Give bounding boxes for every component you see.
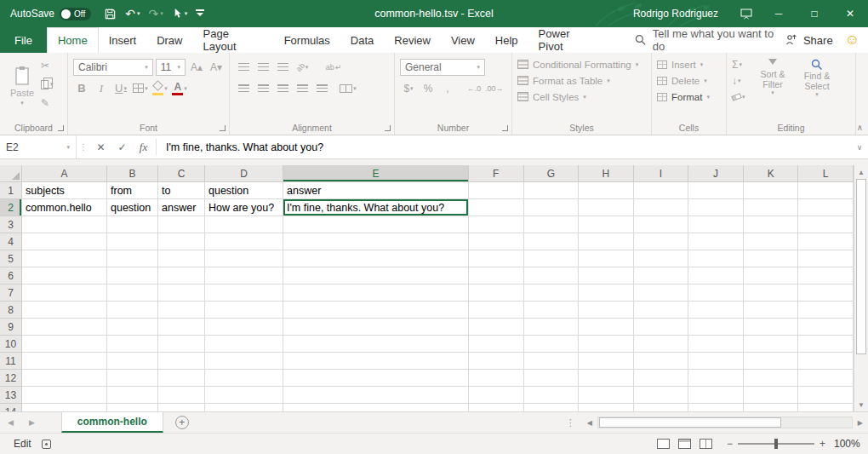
align-center-button[interactable] xyxy=(254,80,271,97)
tab-power-pivot[interactable]: Power Pivot xyxy=(528,27,607,53)
column-header-D[interactable]: D xyxy=(205,165,283,182)
cell-H8[interactable] xyxy=(579,302,634,319)
cell-C11[interactable] xyxy=(158,353,205,370)
cell-B14[interactable] xyxy=(107,404,158,411)
increase-indent-button[interactable] xyxy=(313,80,330,97)
cell-D4[interactable] xyxy=(205,233,283,250)
vertical-scrollbar-thumb[interactable] xyxy=(856,179,866,354)
redo-button[interactable]: ↷ ▾ xyxy=(144,3,167,25)
ribbon-display-options-button[interactable] xyxy=(732,9,761,20)
column-header-A[interactable]: A xyxy=(22,165,107,182)
column-header-B[interactable]: B xyxy=(107,165,158,182)
collapse-ribbon-button[interactable]: ∧ xyxy=(857,123,863,132)
cell-L12[interactable] xyxy=(798,370,854,387)
cell-I14[interactable] xyxy=(634,404,689,411)
tab-draw[interactable]: Draw xyxy=(146,27,192,53)
zoom-in-button[interactable]: + xyxy=(814,438,834,450)
merge-center-button[interactable]: ▾ xyxy=(340,80,357,97)
cell-J3[interactable] xyxy=(688,216,744,233)
cell-B2[interactable]: question xyxy=(107,199,158,216)
decrease-font-button[interactable]: A▾ xyxy=(208,59,225,76)
cell-G6[interactable] xyxy=(524,267,580,284)
cell-D14[interactable] xyxy=(205,404,283,411)
cell-G3[interactable] xyxy=(524,216,580,233)
cell-L7[interactable] xyxy=(798,284,854,302)
next-sheet-button[interactable]: ▶ xyxy=(21,412,43,433)
cell-H12[interactable] xyxy=(579,370,634,387)
cell-H10[interactable] xyxy=(579,336,634,353)
borders-dropdown-icon[interactable]: ▾ xyxy=(145,85,148,92)
cell-A7[interactable] xyxy=(22,284,107,302)
number-dialog-launcher[interactable] xyxy=(502,125,508,131)
cell-A4[interactable] xyxy=(22,233,107,250)
row-header-9[interactable]: 9 xyxy=(0,319,22,336)
cell-H13[interactable] xyxy=(579,387,634,404)
cell-G14[interactable] xyxy=(524,404,580,411)
column-header-I[interactable]: I xyxy=(634,165,689,182)
row-header-4[interactable]: 4 xyxy=(0,233,22,250)
insert-cells-button[interactable]: Insert ▾ xyxy=(657,56,722,72)
tab-review[interactable]: Review xyxy=(384,27,441,53)
increase-decimal-button[interactable]: ←.0 xyxy=(465,80,483,97)
cell-K3[interactable] xyxy=(744,216,799,233)
cell-G7[interactable] xyxy=(524,284,580,302)
delete-cells-button[interactable]: Delete ▾ xyxy=(657,72,722,89)
cell-E3[interactable] xyxy=(283,216,469,233)
cell-I5[interactable] xyxy=(634,250,689,267)
font-name-combo[interactable]: Calibri ▾ xyxy=(73,59,153,76)
cell-B8[interactable] xyxy=(107,302,158,319)
cell-L1[interactable] xyxy=(798,182,854,199)
cell-D13[interactable] xyxy=(205,387,283,404)
zoom-out-button[interactable]: − xyxy=(717,438,738,450)
font-color-button[interactable]: A ▾ xyxy=(171,80,188,97)
cancel-button[interactable]: ✕ xyxy=(90,135,111,158)
tab-scroll-splitter[interactable]: ⋮ xyxy=(559,412,582,433)
cell-E11[interactable] xyxy=(283,353,469,370)
clipboard-dialog-launcher[interactable] xyxy=(58,125,64,131)
row-header-2[interactable]: 2 xyxy=(0,199,22,216)
touch-mouse-dropdown-icon[interactable]: ▾ xyxy=(185,10,188,17)
cell-C14[interactable] xyxy=(158,404,205,411)
row-header-8[interactable]: 8 xyxy=(0,302,22,319)
cell-K12[interactable] xyxy=(744,370,799,387)
fill-color-dropdown-icon[interactable]: ▾ xyxy=(164,85,168,92)
select-all-corner[interactable] xyxy=(0,165,22,182)
cell-H4[interactable] xyxy=(579,233,634,250)
cell-E4[interactable] xyxy=(283,233,469,250)
cell-I11[interactable] xyxy=(634,353,689,370)
cell-F6[interactable] xyxy=(469,267,524,284)
cell-A1[interactable]: subjects xyxy=(22,182,107,199)
cell-D7[interactable] xyxy=(205,284,283,302)
column-header-H[interactable]: H xyxy=(579,165,634,182)
tab-file[interactable]: File xyxy=(0,27,47,53)
cell-G1[interactable] xyxy=(524,182,580,199)
cell-D11[interactable] xyxy=(205,353,283,370)
cell-B9[interactable] xyxy=(107,319,158,336)
cell-K2[interactable] xyxy=(744,199,799,216)
row-header-10[interactable]: 10 xyxy=(0,336,22,353)
cell-A13[interactable] xyxy=(22,387,107,404)
user-name[interactable]: Rodrigo Rodriguez xyxy=(620,8,732,20)
touch-mouse-mode-button[interactable]: ▾ xyxy=(168,3,192,25)
align-right-button[interactable] xyxy=(274,80,291,97)
cell-A2[interactable]: common.hello xyxy=(22,199,107,216)
name-box-dropdown-icon[interactable]: ▾ xyxy=(66,144,70,151)
autosum-dropdown-icon[interactable]: ▾ xyxy=(739,61,742,68)
cell-E8[interactable] xyxy=(283,302,469,319)
align-top-button[interactable] xyxy=(235,59,252,76)
align-left-button[interactable] xyxy=(235,80,252,97)
cell-H11[interactable] xyxy=(579,353,634,370)
align-middle-button[interactable] xyxy=(254,59,271,76)
autosave-pill[interactable]: Off xyxy=(60,8,91,20)
cell-A5[interactable] xyxy=(22,250,107,267)
fill-dropdown-icon[interactable]: ▾ xyxy=(738,78,741,84)
cell-L6[interactable] xyxy=(798,267,854,284)
cell-I6[interactable] xyxy=(634,267,689,284)
cell-J14[interactable] xyxy=(688,404,744,411)
autosum-button[interactable]: Σ▾ xyxy=(732,56,749,72)
decrease-indent-button[interactable] xyxy=(294,80,311,97)
tab-help[interactable]: Help xyxy=(485,27,528,53)
name-box[interactable]: E2 ▾ xyxy=(0,135,77,158)
zoom-slider-thumb[interactable] xyxy=(774,439,778,449)
cell-E7[interactable] xyxy=(283,284,469,302)
